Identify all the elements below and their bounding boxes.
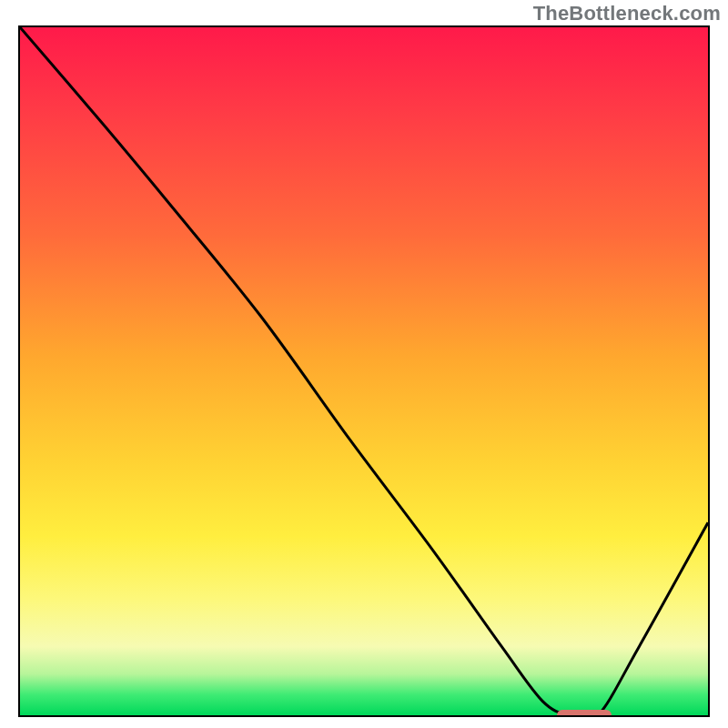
curve-path	[20, 27, 708, 715]
watermark-text: TheBottleneck.com	[533, 2, 721, 25]
chart-stage: TheBottleneck.com	[0, 0, 728, 728]
optimal-range-marker	[557, 710, 612, 717]
bottleneck-curve	[20, 27, 708, 715]
plot-area	[18, 25, 710, 717]
